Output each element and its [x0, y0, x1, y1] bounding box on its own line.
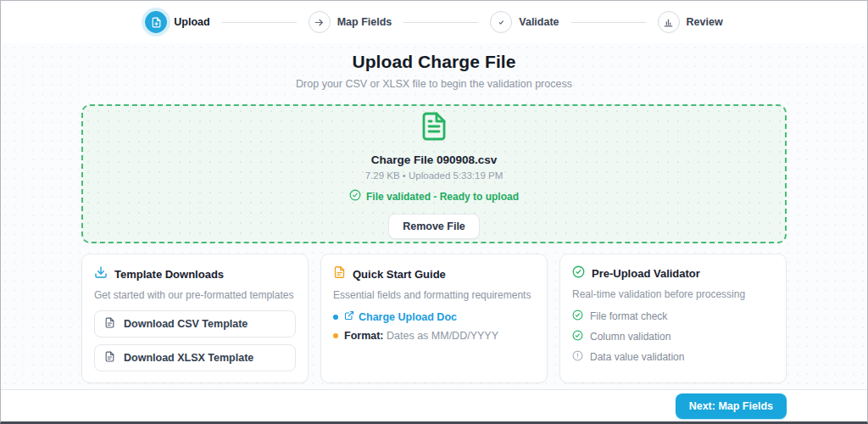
file-icon — [104, 317, 115, 331]
quick-start-guide-card: Quick Start Guide Essential fields and f… — [320, 254, 548, 383]
step-connector — [222, 22, 297, 23]
download-xlsx-template-button[interactable]: Download XLSX Template — [94, 344, 296, 371]
download-csv-template-button[interactable]: Download CSV Template — [94, 310, 296, 338]
file-status: File validated - Ready to upload — [349, 189, 519, 204]
step-label-review: Review — [687, 16, 723, 28]
footer-bar: Next: Map Fields — [1, 389, 867, 421]
step-review[interactable]: Review — [658, 11, 723, 33]
charge-upload-doc-link[interactable]: Charge Upload Doc — [344, 310, 457, 323]
blue-bullet — [333, 315, 338, 320]
remove-file-button[interactable]: Remove File — [388, 214, 480, 239]
next-map-fields-button[interactable]: Next: Map Fields — [676, 393, 787, 419]
format-value: Dates as MM/DD/YYYY — [387, 330, 498, 342]
step-validate[interactable]: Validate — [490, 11, 559, 33]
card-title: Template Downloads — [114, 268, 224, 281]
file-dropzone[interactable]: Charge File 090908.csv 7.29 KB • Uploade… — [81, 104, 787, 243]
check-circle-icon — [349, 189, 361, 204]
page-title: Upload Charge File — [81, 52, 787, 72]
check-circle-icon — [490, 11, 512, 33]
step-label-map-fields: Map Fields — [337, 16, 392, 28]
validator-check-column: Column validation — [572, 330, 774, 343]
wizard-stepper: Upload Map Fields Validate Review — [1, 1, 867, 43]
amber-bullet — [333, 333, 338, 338]
step-connector — [571, 22, 646, 23]
external-link-icon — [344, 310, 354, 323]
uploaded-file-name: Charge File 090908.csv — [371, 153, 498, 166]
check-label: Column validation — [590, 331, 670, 343]
validator-check-data-value: Data value validation — [572, 350, 774, 364]
check-circle-icon — [572, 310, 583, 323]
check-label: Data value validation — [590, 351, 684, 363]
alert-circle-icon — [572, 350, 583, 364]
file-icon — [104, 351, 115, 365]
document-icon — [333, 265, 346, 282]
validator-check-file-format: File format check — [572, 310, 774, 323]
check-label: File format check — [590, 310, 667, 322]
template-downloads-card: Template Downloads Get started with our … — [81, 254, 309, 383]
info-cards: Template Downloads Get started with our … — [81, 254, 787, 383]
main-content: Upload Charge File Drop your CSV or XLSX… — [1, 43, 867, 389]
card-subtitle: Get started with our pre-formatted templ… — [94, 289, 296, 301]
step-upload[interactable]: Upload — [145, 11, 209, 33]
link-label: Charge Upload Doc — [359, 311, 457, 323]
card-title: Pre-Upload Validator — [592, 267, 700, 280]
step-label-upload: Upload — [174, 16, 209, 28]
file-document-icon — [419, 109, 449, 147]
bar-chart-icon — [658, 11, 680, 33]
file-status-text: File validated - Ready to upload — [366, 191, 519, 203]
format-label: Format: — [344, 330, 384, 342]
uploaded-file-meta: 7.29 KB • Uploaded 5:33:19 PM — [365, 170, 504, 181]
card-subtitle: Real-time validation before processing — [572, 288, 774, 300]
page-subtitle: Drop your CSV or XLSX file to begin the … — [81, 78, 787, 90]
pre-upload-validator-card: Pre-Upload Validator Real-time validatio… — [559, 254, 787, 383]
upload-charge-file-page: Upload Map Fields Validate Review Upload… — [0, 0, 868, 424]
file-plus-icon — [145, 11, 167, 33]
download-icon — [94, 265, 108, 282]
arrow-right-icon — [309, 11, 331, 33]
step-map-fields[interactable]: Map Fields — [309, 11, 392, 33]
card-subtitle: Essential fields and formatting requirem… — [333, 289, 535, 301]
button-label: Download XLSX Template — [124, 352, 253, 364]
check-circle-icon — [572, 265, 585, 282]
check-circle-icon — [572, 330, 583, 343]
step-label-validate: Validate — [519, 16, 559, 28]
card-title: Quick Start Guide — [353, 268, 446, 281]
button-label: Download CSV Template — [124, 318, 248, 330]
step-connector — [403, 22, 478, 23]
